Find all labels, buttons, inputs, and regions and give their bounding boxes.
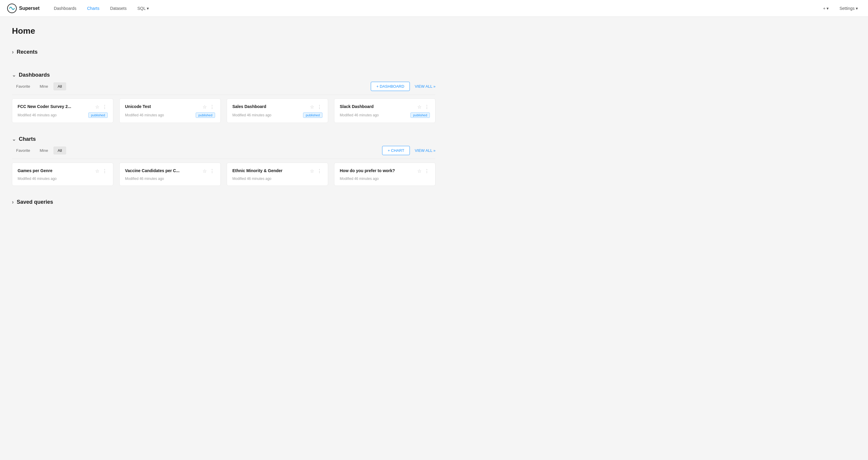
dashboards-tabs: Favorite Mine All bbox=[12, 82, 66, 90]
dashboard-card-3-star-icon[interactable]: ☆ bbox=[417, 104, 422, 110]
charts-chevron-icon bbox=[12, 136, 16, 142]
navbar: Superset Dashboards Charts Datasets SQL … bbox=[0, 0, 868, 17]
dashboard-card-3: Slack Dashboard ☆ ⋮ Modified 46 minutes … bbox=[334, 98, 435, 123]
dashboard-card-2: Sales Dashboard ☆ ⋮ Modified 46 minutes … bbox=[227, 98, 328, 123]
dashboards-tab-mine[interactable]: Mine bbox=[35, 82, 52, 90]
chart-card-2: Ethnic Minority & Gender ☆ ⋮ Modified 46… bbox=[227, 162, 328, 186]
chart-card-1-star-icon[interactable]: ☆ bbox=[202, 168, 207, 174]
charts-body: Favorite Mine All + CHART VIEW ALL » Gam… bbox=[12, 146, 435, 186]
chart-card-3-time: Modified 46 minutes ago bbox=[340, 177, 379, 181]
dashboard-card-3-published-badge: published bbox=[410, 113, 430, 118]
nav-sql[interactable]: SQL ▾ bbox=[132, 4, 154, 13]
superset-logo-icon bbox=[7, 4, 17, 13]
brand-logo[interactable]: Superset bbox=[7, 4, 39, 13]
dashboards-toggle[interactable]: Dashboards bbox=[12, 68, 435, 82]
nav-dashboards[interactable]: Dashboards bbox=[49, 4, 81, 13]
nav-datasets[interactable]: Datasets bbox=[105, 4, 131, 13]
charts-tabs: Favorite Mine All bbox=[12, 147, 66, 155]
dashboards-chevron-icon bbox=[12, 72, 16, 78]
dashboard-card-2-title: Sales Dashboard bbox=[232, 104, 307, 109]
charts-tab-mine[interactable]: Mine bbox=[35, 147, 52, 155]
dashboards-toolbar: Favorite Mine All + DASHBOARD VIEW ALL » bbox=[12, 82, 435, 95]
dashboard-card-1-more-icon[interactable]: ⋮ bbox=[209, 104, 215, 110]
settings-dropdown-icon: ▾ bbox=[856, 6, 858, 11]
chart-card-1-more-icon[interactable]: ⋮ bbox=[209, 168, 215, 174]
saved-queries-toggle[interactable]: Saved queries bbox=[12, 195, 435, 209]
charts-section: Charts Favorite Mine All + CHART VIEW AL… bbox=[12, 132, 435, 186]
charts-label: Charts bbox=[19, 136, 36, 142]
dashboard-card-2-published-badge: published bbox=[303, 113, 322, 118]
settings-button[interactable]: Settings ▾ bbox=[836, 4, 861, 12]
recents-section: Recents bbox=[12, 45, 435, 59]
saved-queries-chevron-icon bbox=[12, 199, 14, 205]
dashboards-body: Favorite Mine All + DASHBOARD VIEW ALL »… bbox=[12, 82, 435, 123]
dashboard-card-1: Unicode Test ☆ ⋮ Modified 46 minutes ago… bbox=[119, 98, 221, 123]
dashboards-cards: FCC New Coder Survey 2... ☆ ⋮ Modified 4… bbox=[12, 98, 435, 123]
charts-actions: + CHART VIEW ALL » bbox=[382, 146, 435, 155]
chart-card-0-title: Games per Genre bbox=[18, 168, 92, 173]
dashboard-card-3-title: Slack Dashboard bbox=[340, 104, 414, 109]
add-button[interactable]: + ▾ bbox=[820, 4, 832, 12]
recents-chevron-icon bbox=[12, 49, 14, 55]
charts-toolbar: Favorite Mine All + CHART VIEW ALL » bbox=[12, 146, 435, 159]
add-chart-button[interactable]: + CHART bbox=[382, 146, 410, 155]
charts-toggle[interactable]: Charts bbox=[12, 132, 435, 146]
saved-queries-label: Saved queries bbox=[17, 199, 53, 205]
add-dashboard-button[interactable]: + DASHBOARD bbox=[371, 82, 410, 91]
chart-card-3-star-icon[interactable]: ☆ bbox=[417, 168, 422, 174]
nav-right: + ▾ Settings ▾ bbox=[820, 4, 861, 12]
chart-card-2-star-icon[interactable]: ☆ bbox=[309, 168, 315, 174]
dashboards-section: Dashboards Favorite Mine All + DASHBOARD… bbox=[12, 68, 435, 123]
chart-card-1-title: Vaccine Candidates per C... bbox=[125, 168, 199, 173]
dashboard-card-3-more-icon[interactable]: ⋮ bbox=[424, 104, 430, 110]
chart-card-1: Vaccine Candidates per C... ☆ ⋮ Modified… bbox=[119, 162, 221, 186]
nav-links: Dashboards Charts Datasets SQL ▾ bbox=[49, 4, 820, 13]
nav-charts[interactable]: Charts bbox=[82, 4, 104, 13]
dashboard-card-2-time: Modified 46 minutes ago bbox=[232, 113, 272, 117]
dashboard-card-0-published-badge: published bbox=[88, 113, 108, 118]
dashboard-card-0: FCC New Coder Survey 2... ☆ ⋮ Modified 4… bbox=[12, 98, 113, 123]
dashboard-card-0-time: Modified 46 minutes ago bbox=[18, 113, 57, 117]
charts-view-all[interactable]: VIEW ALL » bbox=[414, 148, 435, 153]
dashboard-card-1-published-badge: published bbox=[196, 113, 215, 118]
saved-queries-section: Saved queries bbox=[12, 195, 435, 209]
chart-card-3-title: How do you prefer to work? bbox=[340, 168, 414, 173]
charts-cards: Games per Genre ☆ ⋮ Modified 46 minutes … bbox=[12, 162, 435, 186]
chart-card-1-time: Modified 46 minutes ago bbox=[125, 177, 164, 181]
chart-card-2-more-icon[interactable]: ⋮ bbox=[316, 168, 322, 174]
recents-toggle[interactable]: Recents bbox=[12, 45, 435, 59]
chart-card-3-more-icon[interactable]: ⋮ bbox=[424, 168, 430, 174]
dashboard-card-1-star-icon[interactable]: ☆ bbox=[202, 104, 207, 110]
chart-card-2-title: Ethnic Minority & Gender bbox=[232, 168, 307, 173]
dashboards-view-all[interactable]: VIEW ALL » bbox=[414, 84, 435, 89]
dashboard-card-1-time: Modified 46 minutes ago bbox=[125, 113, 164, 117]
charts-tab-all[interactable]: All bbox=[53, 147, 66, 155]
chart-card-0-time: Modified 46 minutes ago bbox=[18, 177, 57, 181]
brand-name: Superset bbox=[19, 6, 39, 11]
dashboard-card-1-title: Unicode Test bbox=[125, 104, 199, 109]
chart-card-2-time: Modified 46 minutes ago bbox=[232, 177, 272, 181]
recents-label: Recents bbox=[17, 49, 38, 55]
sql-dropdown-icon: ▾ bbox=[147, 6, 149, 11]
dashboards-label: Dashboards bbox=[19, 72, 50, 78]
chart-card-0-more-icon[interactable]: ⋮ bbox=[102, 168, 108, 174]
chart-card-0: Games per Genre ☆ ⋮ Modified 46 minutes … bbox=[12, 162, 113, 186]
dashboard-card-0-more-icon[interactable]: ⋮ bbox=[102, 104, 108, 110]
dashboard-card-0-star-icon[interactable]: ☆ bbox=[95, 104, 100, 110]
dashboards-tab-all[interactable]: All bbox=[53, 82, 66, 90]
chart-card-3: How do you prefer to work? ☆ ⋮ Modified … bbox=[334, 162, 435, 186]
page-title: Home bbox=[12, 26, 435, 36]
dashboard-card-3-time: Modified 46 minutes ago bbox=[340, 113, 379, 117]
dashboards-tab-favorite[interactable]: Favorite bbox=[12, 82, 34, 90]
add-dropdown-icon: ▾ bbox=[827, 6, 829, 11]
dashboard-card-0-title: FCC New Coder Survey 2... bbox=[18, 104, 92, 109]
chart-card-0-star-icon[interactable]: ☆ bbox=[95, 168, 100, 174]
dashboards-actions: + DASHBOARD VIEW ALL » bbox=[371, 82, 435, 91]
dashboard-card-2-more-icon[interactable]: ⋮ bbox=[316, 104, 322, 110]
dashboard-card-2-star-icon[interactable]: ☆ bbox=[309, 104, 315, 110]
main-content: Home Recents Dashboards Favorite Mine Al… bbox=[0, 17, 447, 228]
charts-tab-favorite[interactable]: Favorite bbox=[12, 147, 34, 155]
